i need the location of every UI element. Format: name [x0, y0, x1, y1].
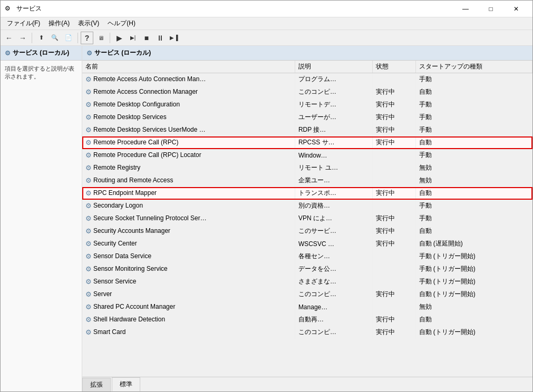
table-row[interactable]: ⚙Remote Access Auto Connection Man…プログラム… [82, 73, 532, 86]
service-startup-cell: 手動 [415, 73, 532, 86]
service-startup-cell: 手動 [415, 124, 532, 136]
service-startup-cell: 自動 [415, 136, 532, 149]
service-name-cell: ⚙Remote Desktop Services [82, 111, 295, 124]
gear-icon: ⚙ [85, 202, 92, 210]
service-startup-cell: 自動 (トリガー開始) [415, 326, 532, 339]
service-startup-cell: 手動 (トリガー開始) [415, 276, 532, 288]
menu-view[interactable]: 表示(V) [74, 18, 103, 29]
minimize-button[interactable]: — [453, 4, 478, 14]
service-startup-cell: 手動 [415, 149, 532, 162]
col-name[interactable]: 名前 [82, 61, 295, 73]
service-status-cell: 実行中 [372, 86, 415, 99]
sidebar-title: サービス (ローカル) [13, 48, 69, 57]
col-desc[interactable]: 説明 [295, 61, 372, 73]
service-startup-cell: 自動 [415, 225, 532, 238]
computer-button[interactable]: 🖥 [94, 32, 107, 44]
table-row[interactable]: ⚙Shared PC Account ManagerManage…無効 [82, 301, 532, 313]
play-button[interactable]: ▶ [113, 32, 125, 44]
service-name-cell: ⚙Server [82, 288, 295, 301]
table-row[interactable]: ⚙Remote Desktop Configurationリモートデ…実行中手動 [82, 99, 532, 111]
gear-icon: ⚙ [85, 75, 92, 83]
show-hide-button[interactable]: 🔍 [49, 32, 61, 44]
services-table: 名前 説明 状態 スタートアップの種類 ⚙Remote Access Auto … [82, 61, 532, 339]
play2-button[interactable]: ▶| [127, 32, 139, 44]
gear-icon: ⚙ [85, 290, 92, 298]
table-row[interactable]: ⚙Routing and Remote Access企業ユー…無効 [82, 174, 532, 187]
menu-file[interactable]: ファイル(F) [3, 18, 44, 29]
table-row[interactable]: ⚙Remote Desktop Services UserMode …RDP 接… [82, 124, 532, 136]
toolbar-sep-2 [77, 33, 78, 43]
service-name-cell: ⚙Remote Desktop Configuration [82, 99, 295, 111]
table-row[interactable]: ⚙Sensor Data Service各種セン…手動 (トリガー開始) [82, 250, 532, 263]
table-row[interactable]: ⚙Secondary Logon別の資格…手動 [82, 200, 532, 212]
export-button[interactable]: 📄 [62, 32, 75, 44]
col-status[interactable]: 状態 [372, 61, 415, 73]
app-icon: ⚙ [5, 5, 13, 13]
table-row[interactable]: ⚙Sensor Serviceさまざまな…手動 (トリガー開始) [82, 276, 532, 288]
table-row[interactable]: ⚙Remote Procedure Call (RPC) LocatorWind… [82, 149, 532, 162]
toolbar-sep-1 [32, 33, 32, 43]
sidebar-gear-icon: ⚙ [5, 50, 11, 57]
service-name-cell: ⚙RPC Endpoint Mapper [82, 187, 295, 200]
service-desc-cell: 別の資格… [295, 200, 372, 212]
service-startup-cell: 手動 (トリガー開始) [415, 263, 532, 276]
table-row[interactable]: ⚙RPC Endpoint Mapperトランスポ…実行中自動 [82, 187, 532, 200]
maximize-button[interactable]: □ [479, 4, 503, 14]
menu-help[interactable]: ヘルプ(H) [103, 18, 140, 29]
table-row[interactable]: ⚙Security Accounts Managerこのサービ…実行中自動 [82, 225, 532, 238]
toolbar-sep-3 [110, 33, 110, 43]
restart-button[interactable]: ▶▐ [168, 32, 180, 44]
service-status-cell: 実行中 [372, 136, 415, 149]
table-row[interactable]: ⚙Remote Access Connection Managerこのコンピ…実… [82, 86, 532, 99]
service-desc-cell: リモートデ… [295, 99, 372, 111]
service-status-cell: 実行中 [372, 212, 415, 225]
content-area: ⚙ サービス (ローカル) 名前 説明 状態 スタートアップの種類 ⚙Remot… [82, 46, 532, 391]
toolbar: ← → ⬆ 🔍 📄 ? 🖥 ▶ ▶| ■ ⏸ ▶▐ [1, 30, 532, 46]
gear-icon: ⚙ [85, 303, 92, 311]
table-row[interactable]: ⚙Serverこのコンピ…実行中自動 (トリガー開始) [82, 288, 532, 301]
gear-icon: ⚙ [85, 189, 92, 197]
table-row[interactable]: ⚙Remote Registryリモート ユ…無効 [82, 162, 532, 174]
service-status-cell [372, 149, 415, 162]
tab-standard[interactable]: 標準 [112, 377, 140, 391]
table-row[interactable]: ⚙Remote Procedure Call (RPC)RPCSS サ…実行中自… [82, 136, 532, 149]
forward-button[interactable]: → [16, 32, 29, 44]
menu-action[interactable]: 操作(A) [44, 18, 74, 29]
service-name-cell: ⚙Routing and Remote Access [82, 174, 295, 187]
gear-icon: ⚙ [85, 240, 92, 248]
service-name-cell: ⚙Remote Registry [82, 162, 295, 174]
table-row[interactable]: ⚙Remote Desktop Servicesユーザーが…実行中手動 [82, 111, 532, 124]
col-startup[interactable]: スタートアップの種類 [415, 61, 532, 73]
tab-extended[interactable]: 拡張 [82, 378, 111, 391]
service-desc-cell: ユーザーが… [295, 111, 372, 124]
table-row[interactable]: ⚙Smart Cardこのコンピ…実行中自動 (トリガー開始) [82, 326, 532, 339]
back-button[interactable]: ← [3, 32, 15, 44]
table-row[interactable]: ⚙Secure Socket Tunneling Protocol Ser…VP… [82, 212, 532, 225]
stop-button[interactable]: ■ [140, 32, 153, 44]
gear-icon: ⚙ [85, 101, 92, 109]
help-button[interactable]: ? [81, 32, 93, 44]
service-status-cell [372, 276, 415, 288]
service-status-cell [372, 174, 415, 187]
table-row[interactable]: ⚙Sensor Monitoring Serviceデータを公…手動 (トリガー… [82, 263, 532, 276]
service-status-cell: 実行中 [372, 111, 415, 124]
service-name-cell: ⚙Security Accounts Manager [82, 225, 295, 238]
service-name-cell: ⚙Secure Socket Tunneling Protocol Ser… [82, 212, 295, 225]
table-row[interactable]: ⚙Security CenterWSCSVC …実行中自動 (遅延開始) [82, 238, 532, 250]
sidebar-description: 項目を選択すると説明が表示されます。 [1, 61, 82, 391]
content-header: ⚙ サービス (ローカル) [82, 46, 532, 61]
up-button[interactable]: ⬆ [35, 32, 47, 44]
table-row[interactable]: ⚙Shell Hardware Detection自動再…実行中自動 [82, 313, 532, 326]
window-controls: — □ ✕ [453, 4, 528, 14]
tab-bar: 拡張 標準 [82, 377, 532, 391]
service-status-cell: 実行中 [372, 238, 415, 250]
service-name-cell: ⚙Security Center [82, 238, 295, 250]
pause-button[interactable]: ⏸ [154, 32, 167, 44]
service-status-cell: 実行中 [372, 313, 415, 326]
services-table-container[interactable]: 名前 説明 状態 スタートアップの種類 ⚙Remote Access Auto … [82, 61, 532, 377]
gear-icon: ⚙ [85, 252, 92, 260]
service-desc-cell: リモート ユ… [295, 162, 372, 174]
close-button[interactable]: ✕ [504, 4, 528, 14]
service-name-cell: ⚙Remote Access Connection Manager [82, 86, 295, 99]
content-title: サービス (ローカル) [94, 48, 151, 57]
